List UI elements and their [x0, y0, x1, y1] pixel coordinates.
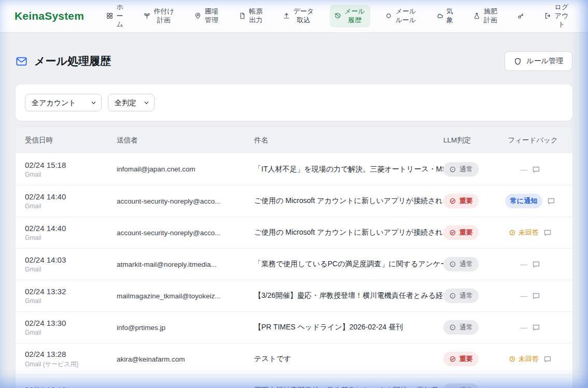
- account-label: Gmail: [25, 203, 109, 210]
- mail-subject: ご使用の Microsoft アカウントに新しいアプリが接続されました: [254, 228, 443, 237]
- table-body: 02/24 15:18 Gmail infomail@japan.cnet.co…: [16, 153, 572, 388]
- nav-item-logout[interactable]: ログアウト: [540, 1, 573, 32]
- circle-icon: [385, 12, 392, 19]
- llm-judgment-badge: 通常: [443, 383, 479, 388]
- llm-judgment-label: 重要: [459, 196, 473, 206]
- nav-item-label: ホーム: [116, 3, 123, 30]
- judgment-filter-select[interactable]: 全判定: [108, 94, 155, 111]
- llm-judgment-label: 通常: [459, 165, 473, 174]
- mail-history-table: 受信日時 送信者 件名 LLM判定 フィードバック 02/24 15:18 Gm…: [16, 127, 572, 388]
- file-icon: [239, 12, 246, 19]
- nav-item-report-output[interactable]: 帳票出力: [234, 5, 268, 27]
- nav-item-weather[interactable]: 気象: [432, 5, 458, 27]
- upload-icon: [283, 12, 290, 19]
- llm-judgment-badge: 重要: [443, 225, 479, 240]
- column-header-subject: 件名: [254, 136, 443, 145]
- llm-judgment-badge: 通常: [443, 257, 479, 271]
- rule-manage-button[interactable]: ルール管理: [505, 51, 572, 71]
- mail-icon: [16, 55, 27, 67]
- pin-icon: [194, 12, 201, 19]
- account-label: Gmail: [25, 266, 109, 273]
- page-title-text: メール処理履歴: [34, 54, 111, 68]
- comment-icon[interactable]: [532, 260, 540, 268]
- nav-item-label: メール履歴: [344, 7, 366, 25]
- column-header-received: 受信日時: [25, 136, 117, 145]
- table-row[interactable]: 02/24 15:18 Gmail infomail@japan.cnet.co…: [16, 153, 572, 185]
- account-label: Gmail (サービス用): [25, 360, 109, 369]
- account-label: Gmail: [25, 171, 109, 178]
- comment-icon[interactable]: [543, 228, 552, 237]
- table-row[interactable]: 02/24 13:32 Gmail mailmagazine_tkmail@to…: [16, 280, 572, 311]
- feedback-badge: —: [520, 260, 527, 268]
- nav-item-mail-history[interactable]: メール履歴: [330, 5, 370, 27]
- nav-item-label: 気象: [446, 7, 454, 25]
- mail-subject: ご使用の Microsoft アカウントに新しいアプリが接続されました: [254, 196, 443, 206]
- mail-subject: 「IT人材不足」を現場の力で解決。三菱オートリース・MS＆AD...: [254, 165, 443, 174]
- sender-email: info@prtimes.jp: [117, 324, 254, 332]
- account-filter-select[interactable]: 全アカウント: [25, 94, 102, 111]
- comment-icon[interactable]: [532, 292, 540, 300]
- shield-icon: [514, 58, 522, 65]
- table-row[interactable]: 02/24 14:40 Gmail account-security-norep…: [16, 217, 572, 248]
- nav-item-planting-plan[interactable]: 作付け計画: [139, 5, 179, 27]
- sender-email: infomail@japan.cnet.com: [117, 165, 254, 173]
- nav-item-data-import[interactable]: データ取込: [278, 5, 319, 27]
- brand-logo[interactable]: KeinaSystem: [15, 10, 84, 22]
- column-header-llm-judgment: LLM判定: [443, 136, 500, 145]
- llm-judgment-badge: 重要: [443, 352, 479, 366]
- nav-item-label: ログアウト: [554, 3, 569, 30]
- table-row[interactable]: 02/24 13:30 Gmail info@prtimes.jp 【PR TI…: [16, 311, 572, 343]
- nav-item-home[interactable]: ホーム: [102, 1, 128, 32]
- feedback-badge: 未回答: [509, 228, 539, 237]
- filter-bar: 全アカウント 全判定: [16, 84, 572, 121]
- home-icon: [106, 12, 113, 19]
- column-header-sender: 送信者: [117, 136, 254, 145]
- llm-judgment-badge: 通常: [443, 289, 479, 303]
- received-datetime: 02/24 13:30: [25, 319, 109, 327]
- feedback-badge: —: [520, 165, 527, 174]
- sender-email: account-security-noreply@acco...: [117, 229, 254, 237]
- mail-subject: 四万十福祉専門学校、学生募集しないまま閉校へ 高知県...: [254, 386, 443, 388]
- feedback-badge: —: [520, 323, 527, 332]
- table-row[interactable]: 02/24 13:28 Gmail (サービス用) akira@keinafar…: [16, 343, 572, 375]
- received-datetime: 02/24 13:32: [25, 287, 109, 296]
- table-row[interactable]: 02/24 12:10 digital@kochinews.jp 四万十福祉専門…: [16, 375, 572, 388]
- comment-icon[interactable]: [532, 323, 540, 332]
- comment-icon[interactable]: [532, 165, 540, 174]
- llm-judgment-label: 通常: [459, 291, 473, 300]
- sender-email: atmarkit-mail@noreply.itmedia...: [117, 261, 254, 268]
- sender-email: akira@keinafarm.com: [117, 355, 254, 363]
- nav-item-key[interactable]: [513, 10, 529, 22]
- nav-item-label: 作付け計画: [153, 7, 175, 25]
- nav-item-fertilizer-plan[interactable]: 施肥計画: [469, 5, 502, 27]
- history-icon: [334, 12, 341, 19]
- sprout-icon: [144, 12, 150, 19]
- account-label: Gmail: [25, 329, 109, 336]
- llm-judgment-label: 通常: [459, 260, 473, 269]
- nav-item-label: 圃場管理: [204, 7, 219, 25]
- comment-icon[interactable]: [547, 197, 555, 205]
- table-row[interactable]: 02/24 14:03 Gmail atmarkit-mail@noreply.…: [16, 248, 572, 280]
- logout-icon: [544, 12, 551, 19]
- column-header-feedback: フィードバック: [500, 136, 572, 145]
- llm-judgment-badge: 通常: [443, 320, 479, 335]
- key-icon: [517, 12, 524, 19]
- received-datetime: 02/24 13:28: [25, 350, 109, 358]
- feedback-badge: —: [520, 292, 527, 300]
- received-datetime: 02/24 14:40: [25, 224, 109, 233]
- comment-icon[interactable]: [543, 355, 552, 363]
- llm-judgment-badge: 重要: [443, 194, 479, 208]
- mail-subject: 【3/26開催】慶応・岸教授登壇！横川電機責任者とみる経営...: [254, 291, 443, 300]
- nav-item-label: メールルール: [395, 7, 416, 25]
- cloud-icon: [437, 12, 443, 19]
- received-datetime: 02/24 14:03: [25, 255, 109, 264]
- nav-item-label: データ取込: [293, 7, 314, 25]
- flask-icon: [473, 12, 480, 19]
- received-datetime: 02/24 15:18: [25, 161, 109, 169]
- top-navbar: KeinaSystem ホーム作付け計画圃場管理帳票出力データ取込メール履歴メー…: [0, 0, 588, 33]
- llm-judgment-badge: 通常: [443, 162, 479, 177]
- nav-item-label: 施肥計画: [483, 7, 498, 25]
- table-row[interactable]: 02/24 14:40 Gmail account-security-norep…: [16, 185, 572, 217]
- nav-item-mail-rules[interactable]: メールルール: [381, 5, 421, 27]
- nav-item-field-management[interactable]: 圃場管理: [190, 5, 223, 27]
